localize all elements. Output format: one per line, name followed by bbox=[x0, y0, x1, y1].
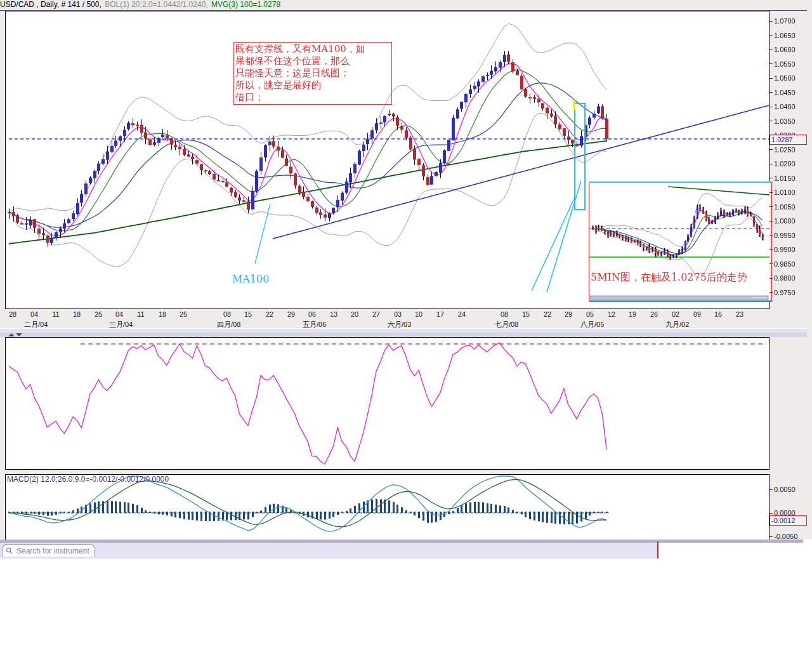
search-icon bbox=[6, 547, 13, 554]
axis-tick bbox=[769, 21, 773, 22]
price-axis-label: 1.0400 bbox=[774, 103, 796, 110]
oscillator-panel[interactable] bbox=[5, 337, 769, 470]
date-axis-day: 29 bbox=[287, 310, 295, 318]
annotation-line: 只能怪天意；这是日线图； bbox=[235, 67, 390, 79]
date-axis-day: 06 bbox=[308, 310, 316, 318]
price-axis-label: 1.0250 bbox=[774, 147, 796, 154]
price-axis-label: 1.0350 bbox=[774, 118, 796, 125]
axis-tick bbox=[769, 35, 773, 36]
price-axis-label: 1.0450 bbox=[774, 90, 796, 96]
axis-tick bbox=[769, 107, 773, 107]
price-axis-label: 0.9850 bbox=[774, 261, 796, 268]
price-axis-label: 1.0550 bbox=[774, 61, 796, 68]
date-axis-day: 16 bbox=[714, 310, 722, 318]
date-axis-day: 24 bbox=[458, 310, 466, 318]
instrument-search[interactable] bbox=[2, 544, 95, 557]
price-axis-label: 1.0500 bbox=[774, 75, 796, 82]
date-axis-day: 08 bbox=[223, 310, 231, 318]
axis-tick bbox=[769, 513, 773, 514]
axis-tick bbox=[769, 192, 773, 193]
price-axis-label: 1.0650 bbox=[774, 32, 796, 39]
price-axis-label: 1.0700 bbox=[774, 18, 796, 25]
trading-app-window: USD/CAD , Daily, # 141 / 500, BOL(1) 20;… bbox=[0, 0, 812, 650]
date-axis-day: 10 bbox=[415, 310, 422, 318]
price-axis-label: 1.0000 bbox=[774, 218, 796, 225]
axis-tick bbox=[769, 263, 773, 264]
price-axis-label: 1.0100 bbox=[774, 189, 796, 196]
inset-highlight-top bbox=[589, 182, 773, 183]
collapse-up-icon[interactable] bbox=[8, 333, 15, 336]
annotation-line: 借口； bbox=[235, 91, 390, 103]
date-axis-day: 18 bbox=[159, 310, 166, 318]
date-axis-day: 19 bbox=[629, 310, 636, 318]
price-axis-label: 1.0050 bbox=[774, 204, 796, 211]
date-axis-day: 25 bbox=[180, 310, 187, 318]
date-axis-day: 11 bbox=[137, 310, 144, 318]
date-axis-day: 20 bbox=[351, 310, 358, 318]
price-axis-label: 1.0200 bbox=[774, 161, 796, 168]
axis-tick bbox=[769, 235, 773, 235]
panel-splitter-handle[interactable] bbox=[0, 333, 807, 337]
date-axis-day: 04 bbox=[115, 310, 123, 318]
axis-tick bbox=[769, 78, 773, 79]
date-axis-day: 22 bbox=[544, 310, 551, 318]
date-axis-day: 09 bbox=[693, 310, 701, 318]
date-axis-day: 28 bbox=[9, 310, 16, 318]
axis-tick bbox=[769, 63, 773, 64]
price-axis-label: 0.9950 bbox=[774, 232, 796, 239]
date-axis-day: 13 bbox=[330, 310, 337, 318]
macd-last-value-tag: -0.0012 bbox=[769, 515, 807, 526]
date-axis-day: 03 bbox=[394, 310, 402, 318]
search-input[interactable] bbox=[15, 546, 93, 556]
axis-tick bbox=[769, 164, 773, 164]
date-axis-day: 18 bbox=[73, 310, 81, 318]
ma100-label: MA100 bbox=[232, 273, 269, 285]
axis-tick bbox=[769, 206, 773, 207]
axis-tick bbox=[769, 489, 773, 490]
axis-tick bbox=[769, 178, 773, 178]
bottom-toolbar bbox=[0, 543, 657, 559]
instrument-title: USD/CAD , Daily, # 141 / 500, bbox=[0, 0, 102, 9]
date-axis-day: 08 bbox=[501, 310, 508, 318]
bollinger-indicator-title: BOL(1) 20;2.0=1.0442/1.0240, bbox=[105, 0, 207, 9]
price-axis-label: 0.9750 bbox=[774, 289, 796, 296]
date-axis-day: 23 bbox=[736, 310, 743, 318]
axis-tick bbox=[769, 278, 773, 279]
axis-tick bbox=[769, 221, 773, 222]
axis-tick bbox=[769, 92, 773, 93]
annotation-line: 所以，跳空是最好的 bbox=[235, 79, 390, 91]
axis-tick bbox=[769, 149, 773, 150]
date-axis-day: 26 bbox=[650, 310, 658, 318]
date-axis-day: 05 bbox=[586, 310, 594, 318]
date-axis-day: 25 bbox=[95, 310, 102, 318]
price-axis-label: 0.9800 bbox=[774, 275, 796, 282]
price-axis-label: 1.0150 bbox=[774, 175, 796, 182]
last-price-tag: 1.0287 bbox=[769, 135, 807, 145]
chart-title: USD/CAD , Daily, # 141 / 500, BOL(1) 20;… bbox=[0, 0, 812, 10]
axis-tick bbox=[769, 249, 773, 250]
date-axis-day: 15 bbox=[244, 310, 252, 318]
macd-indicator-title: MACD(2) 12.0;26.0;9.0=-0.0012/-0.0012/0.… bbox=[7, 475, 169, 484]
date-axis-day: 17 bbox=[436, 310, 444, 318]
axis-tick bbox=[769, 292, 773, 293]
macd-panel[interactable] bbox=[5, 474, 769, 541]
date-axis-day: 22 bbox=[266, 310, 273, 318]
inset-5min-label: 5MIN图，在触及1.0275后的走势 bbox=[591, 271, 769, 284]
date-axis-day: 04 bbox=[30, 310, 38, 318]
annotation-line: 果都保不住这个位置，那么 bbox=[235, 55, 390, 67]
inset-highlight-bottom bbox=[589, 300, 773, 302]
analysis-annotation: 既有支撑线，又有MA100，如 果都保不住这个位置，那么 只能怪天意；这是日线图… bbox=[233, 42, 392, 105]
red-marker-line bbox=[657, 541, 658, 559]
date-axis-day: 12 bbox=[608, 310, 615, 318]
date-axis-day: 27 bbox=[372, 310, 380, 318]
collapse-down-icon[interactable] bbox=[16, 333, 22, 336]
macd-axis-label: 0.0050 bbox=[774, 486, 796, 493]
date-axis-day: 29 bbox=[565, 310, 572, 318]
axis-tick bbox=[769, 50, 773, 50]
axis-tick bbox=[769, 121, 773, 121]
date-axis-day: 15 bbox=[522, 310, 530, 318]
mvg-indicator-title: MVG(3) 100=1.0278 bbox=[211, 0, 280, 9]
axis-tick bbox=[769, 536, 773, 537]
price-axis-label: 0.9900 bbox=[774, 246, 796, 253]
price-axis-label: 1.0600 bbox=[774, 46, 796, 53]
